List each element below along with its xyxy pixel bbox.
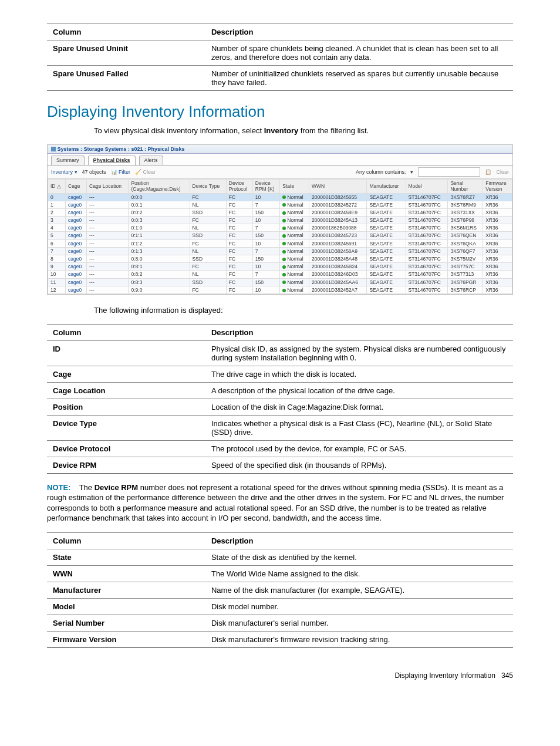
status-dot-icon (282, 265, 286, 269)
grid-header[interactable]: Manufacturer (367, 180, 406, 193)
column-name: Model (47, 598, 205, 615)
object-count: 47 objects (82, 169, 106, 175)
grid-header[interactable]: Position(Cage:Magazine:Disk) (129, 180, 190, 193)
column-name: Device Protocol (47, 440, 205, 457)
columns-table-1: Column Description IDPhysical disk ID, a… (47, 324, 513, 474)
app-tabs: Summary Physical Disks Alerts (48, 154, 512, 166)
grid-header[interactable]: ID △ (48, 180, 66, 193)
status-dot-icon (282, 219, 286, 222)
column-name: Serial Number (47, 615, 205, 631)
grid-row[interactable]: 4cage0---0:1:0NLFC7Normal2000001862B0908… (48, 224, 512, 232)
table-row: WWNThe World Wide Name assigned to the d… (47, 565, 513, 582)
filter-link[interactable]: 📊 Filter (111, 169, 131, 175)
app-toolbar: Inventory ▾ 47 objects 📊 Filter 🧹 Clear … (48, 166, 512, 179)
grid-row[interactable]: 9cage0---0:8:1FCFC10Normal2000001D38245B… (48, 263, 512, 271)
export-icon[interactable]: 📋 (485, 169, 491, 175)
column-name: ID (47, 340, 205, 366)
intro-text: To view physical disk inventory informat… (94, 126, 513, 136)
note-block: NOTE: The Device RPM number does not rep… (47, 482, 513, 524)
table-row: PositionLocation of the disk in Cage:Mag… (47, 399, 513, 415)
col-header: Column (47, 532, 205, 549)
post-shot-text: The following information is displayed: (94, 305, 513, 316)
table-row: Cage LocationA description of the physic… (47, 382, 513, 399)
grid-row[interactable]: 5cage0---0:1:1SSDFC150Normal2000001D3824… (48, 232, 512, 239)
app-icon (51, 147, 56, 151)
column-desc: Number of uninitialized chunklets reserv… (205, 66, 513, 91)
grid-row[interactable]: 7cage0---0:1:3NLFC7Normal2000001D382456A… (48, 247, 512, 255)
grid-row[interactable]: 1cage0---0:0:1NLFC7Normal2000001D3824527… (48, 201, 512, 208)
col-header: Column (47, 324, 205, 340)
grid-header[interactable]: Device Type (190, 180, 226, 193)
column-filter-dropdown[interactable]: ▾ (410, 169, 413, 175)
table-row: Spare Unused FailedNumber of uninitializ… (47, 66, 513, 91)
col-header: Description (205, 324, 513, 340)
column-desc: Disk manufacturer's firmware revision tr… (205, 631, 513, 647)
grid-row[interactable]: 10cage0---0:8:2NLFC7Normal2000001D38246D… (48, 271, 512, 278)
grid-header[interactable]: Model (406, 180, 448, 193)
clear-button[interactable]: Clear (496, 169, 509, 175)
status-dot-icon (282, 242, 286, 245)
table-row: ModelDisk model number. (47, 598, 513, 615)
column-desc: The World Wide Name assigned to the disk… (205, 565, 513, 582)
note-label: NOTE: (47, 483, 70, 492)
page-footer: Displaying Inventory Information 345 (47, 671, 513, 680)
table-row: Spare Unused UninitNumber of spare chunk… (47, 40, 513, 66)
col-header: Description (205, 24, 513, 40)
status-dot-icon (282, 258, 286, 261)
table-row: ManufacturerName of the disk manufacture… (47, 582, 513, 598)
grid-row[interactable]: 3cage0---0:0:3FCFC10Normal2000001D38245A… (48, 217, 512, 224)
column-name: Firmware Version (47, 631, 205, 647)
column-name: Cage Location (47, 382, 205, 399)
grid-header[interactable]: DeviceRPM (K) (252, 180, 280, 193)
column-name: Spare Unused Uninit (47, 40, 205, 66)
grid-header[interactable]: State (280, 180, 309, 193)
table-row: Firmware VersionDisk manufacturer's firm… (47, 631, 513, 647)
grid-header[interactable]: Cage (66, 180, 87, 193)
app-titlebar: Systems : Storage Systems : s021 : Physi… (48, 145, 512, 154)
table-row: CageThe drive cage in which the disk is … (47, 366, 513, 382)
grid-row[interactable]: 6cage0---0:1:2FCFC10Normal2000001D382456… (48, 239, 512, 247)
grid-row[interactable]: 8cage0---0:8:0SSDFC150Normal2000001D3824… (48, 255, 512, 263)
app-screenshot: Systems : Storage Systems : s021 : Physi… (47, 144, 513, 295)
status-dot-icon (282, 273, 286, 276)
column-desc: Name of the disk manufacturer (for examp… (205, 582, 513, 598)
column-desc: The protocol used by the device, for exa… (205, 440, 513, 457)
table-row: Device RPMSpeed of the specified disk (i… (47, 457, 513, 473)
column-desc: Number of spare chunklets being cleaned.… (205, 40, 513, 66)
status-dot-icon (282, 250, 286, 254)
grid-header[interactable]: Cage Location (87, 180, 129, 193)
grid-header[interactable]: DeviceProtocol (226, 180, 252, 193)
view-dropdown[interactable]: Inventory ▾ (51, 169, 77, 175)
table-row: Device ProtocolThe protocol used by the … (47, 440, 513, 457)
filter-input[interactable] (418, 167, 480, 177)
column-name: Spare Unused Failed (47, 66, 205, 91)
grid-header[interactable]: SerialNumber (448, 180, 483, 193)
column-desc: Speed of the specified disk (in thousand… (205, 457, 513, 473)
table-row: Serial NumberDisk manufacturer's serial … (47, 615, 513, 631)
grid-row[interactable]: 11cage0---0:8:3SSDFC150Normal2000001D382… (48, 278, 512, 286)
column-desc: Physical disk ID, as assigned by the sys… (205, 340, 513, 366)
table-row: StateState of the disk as identified by … (47, 549, 513, 565)
grid-header[interactable]: FirmwareVersion (483, 180, 512, 193)
column-desc: A description of the physical location o… (205, 382, 513, 399)
grid-header[interactable]: WWN (309, 180, 367, 193)
grid-row[interactable]: 0cage0---0:0:0FCFC10Normal2000001D382456… (48, 193, 512, 201)
clear-link[interactable]: 🧹 Clear (135, 169, 156, 175)
column-name: State (47, 549, 205, 565)
column-name: Device RPM (47, 457, 205, 473)
inventory-grid: ID △CageCage LocationPosition(Cage:Magaz… (48, 179, 512, 294)
status-dot-icon (282, 289, 286, 292)
col-header: Column (47, 24, 205, 40)
grid-row[interactable]: 12cage0---0:9:0FCFC10Normal2000001D38245… (48, 286, 512, 293)
grid-row[interactable]: 2cage0---0:0:2SSDFC150Normal2000001D3824… (48, 208, 512, 216)
tab-alerts[interactable]: Alerts (139, 156, 163, 165)
column-name: Manufacturer (47, 582, 205, 598)
table-row: IDPhysical disk ID, as assigned by the s… (47, 340, 513, 366)
columns-table-2: Column Description StateState of the dis… (47, 532, 513, 648)
column-name: Cage (47, 366, 205, 382)
tab-physical-disks[interactable]: Physical Disks (88, 156, 136, 165)
column-desc: State of the disk as identified by the k… (205, 549, 513, 565)
column-desc: The drive cage in which the disk is loca… (205, 366, 513, 382)
column-desc: Indicates whether a physical disk is a F… (205, 415, 513, 440)
tab-summary[interactable]: Summary (51, 156, 85, 165)
